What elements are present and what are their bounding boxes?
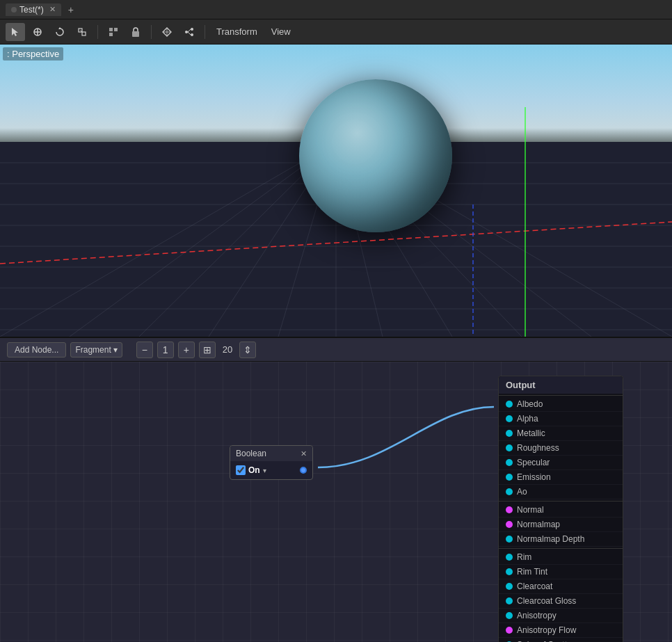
output-emission: Emission <box>499 470 623 485</box>
titlebar: Test(*) ✕ + <box>0 0 672 19</box>
3d-sphere <box>299 79 452 232</box>
svg-rect-8 <box>109 28 113 31</box>
normalmap-port[interactable] <box>506 521 513 528</box>
rim-tint-port[interactable] <box>506 568 513 575</box>
zoom-out-icon: − <box>142 344 147 355</box>
scale-tool-button[interactable] <box>72 23 92 41</box>
boolean-node: Boolean ✕ On ▾ <box>230 445 313 480</box>
clearcoat-label: Clearcoat <box>517 581 552 591</box>
normalmap-depth-port[interactable] <box>506 536 513 543</box>
toolbar-separator-1 <box>97 25 98 39</box>
output-specular: Specular <box>499 456 623 470</box>
boolean-node-header: Boolean ✕ <box>230 446 312 461</box>
octahedron-button[interactable] <box>157 23 177 41</box>
output-ao: Ao <box>499 485 623 499</box>
fragment-chevron-icon: ▾ <box>113 345 118 355</box>
output-clearcoat-gloss: Clearcoat Gloss <box>499 594 623 609</box>
node-editor-toolbar: Add Node... Fragment ▾ − 1 + ⊞ 20 ⇕ <box>0 338 672 362</box>
svg-point-17 <box>191 33 193 36</box>
3d-viewport[interactable]: : Perspective <box>0 45 672 337</box>
zoom-in-icon: + <box>184 344 189 355</box>
svg-point-16 <box>191 28 193 31</box>
active-tab[interactable]: Test(*) ✕ <box>6 3 61 16</box>
zoom-step-button[interactable]: ⇕ <box>239 342 256 358</box>
tab-label: Test(*) <box>19 5 44 15</box>
zoom-out-button[interactable]: − <box>136 342 153 358</box>
rotate-tool-button[interactable] <box>50 23 70 41</box>
output-normalmap: Normalmap <box>499 517 623 532</box>
output-alpha: Alpha <box>499 412 623 426</box>
output-anisotropy: Anisotropy <box>499 609 623 623</box>
albedo-port[interactable] <box>506 401 513 408</box>
boolean-node-output-port[interactable] <box>300 467 307 474</box>
anisotropy-flow-port[interactable] <box>506 627 513 634</box>
output-normal: Normal <box>499 503 623 517</box>
updown-icon: ⇕ <box>243 344 252 355</box>
anisotropy-port[interactable] <box>506 612 513 619</box>
lock-button[interactable] <box>126 23 145 41</box>
boolean-node-title: Boolean <box>236 449 266 458</box>
toolbar-separator-2 <box>151 25 152 39</box>
boolean-node-close-button[interactable]: ✕ <box>301 449 307 458</box>
emission-port[interactable] <box>506 474 513 481</box>
svg-line-20 <box>0 142 336 337</box>
boolean-node-dropdown-icon[interactable]: ▾ <box>263 467 266 474</box>
perspective-label: : Perspective <box>3 47 63 61</box>
select-tool-button[interactable] <box>6 23 25 41</box>
zoom-in-button[interactable]: + <box>178 342 195 358</box>
normal-label: Normal <box>517 505 544 515</box>
node-canvas[interactable]: Boolean ✕ On ▾ Output Albedo Alpha <box>0 362 672 642</box>
output-clearcoat: Clearcoat <box>499 579 623 594</box>
alpha-label: Alpha <box>517 414 538 424</box>
clearcoat-gloss-port[interactable] <box>506 597 513 604</box>
view-menu-button[interactable]: View <box>266 24 296 39</box>
boolean-node-checkbox[interactable] <box>236 465 246 475</box>
alpha-port[interactable] <box>506 415 513 422</box>
boolean-node-value: On <box>248 465 260 475</box>
anisotropy-flow-label: Anisotropy Flow <box>517 625 576 635</box>
new-tab-button[interactable]: + <box>68 4 74 15</box>
rim-port[interactable] <box>506 554 513 561</box>
svg-point-15 <box>185 31 188 33</box>
add-node-button[interactable]: Add Node... <box>7 342 66 358</box>
zoom-one-icon: 1 <box>163 344 168 355</box>
toolbar-separator-3 <box>205 25 205 39</box>
zoom-reset-button[interactable]: 1 <box>157 342 174 358</box>
output-albedo: Albedo <box>499 397 623 412</box>
zoom-number: 20 <box>220 344 235 355</box>
fragment-label: Fragment <box>75 345 111 355</box>
metallic-port[interactable] <box>506 430 513 437</box>
output-metallic: Metallic <box>499 426 623 441</box>
output-rim: Rim <box>499 550 623 565</box>
close-tab-button[interactable]: ✕ <box>49 5 56 14</box>
snap-button[interactable] <box>104 23 123 41</box>
roughness-port[interactable] <box>506 444 513 451</box>
specular-port[interactable] <box>506 459 513 466</box>
boolean-node-body: On ▾ <box>230 461 312 479</box>
transform-menu-button[interactable]: Transform <box>211 24 263 39</box>
output-node-header: Output <box>499 376 623 394</box>
grid-view-button[interactable]: ⊞ <box>199 342 216 358</box>
output-separator-2 <box>499 548 623 549</box>
rim-tint-label: Rim Tint <box>517 567 547 577</box>
grid-icon: ⊞ <box>203 344 211 355</box>
ao-port[interactable] <box>506 488 513 495</box>
albedo-label: Albedo <box>517 399 543 409</box>
svg-marker-0 <box>12 28 18 36</box>
output-node: Output Albedo Alpha Metallic Roughness S… <box>498 376 623 642</box>
output-separator-1 <box>499 501 623 501</box>
nodes-button[interactable] <box>179 23 199 41</box>
output-normalmap-depth: Normalmap Depth <box>499 532 623 547</box>
normalmap-label: Normalmap <box>517 520 560 529</box>
fragment-dropdown[interactable]: Fragment ▾ <box>70 342 122 358</box>
clearcoat-gloss-label: Clearcoat Gloss <box>517 596 576 606</box>
node-editor-panel: Add Node... Fragment ▾ − 1 + ⊞ 20 ⇕ <box>0 337 672 642</box>
ao-label: Ao <box>517 487 527 497</box>
clearcoat-port[interactable] <box>506 583 513 590</box>
normal-port[interactable] <box>506 506 513 513</box>
svg-rect-6 <box>82 32 86 35</box>
tab-dot <box>11 7 17 13</box>
move-tool-button[interactable] <box>28 23 47 41</box>
roughness-label: Roughness <box>517 443 559 453</box>
svg-rect-10 <box>109 33 113 36</box>
